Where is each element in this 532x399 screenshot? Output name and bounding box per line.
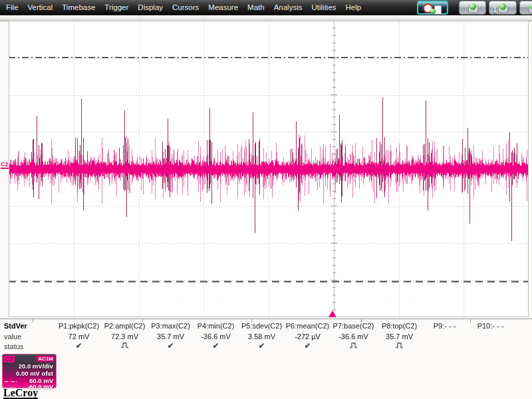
menu-trigger[interactable]: Trigger (104, 3, 128, 11)
offset-value: 0.00 mV ofst (16, 370, 53, 377)
pulse-status-icon (102, 341, 148, 350)
waveform-display[interactable] (9, 21, 529, 317)
lecroy-logo: LeCroy (3, 388, 38, 399)
measurement-table: StdVer value status P1:pkpk(C2)72 mV✔P2:… (0, 319, 532, 354)
menu-analysis[interactable]: Analysis (274, 3, 303, 11)
trigger-position-marker[interactable] (329, 311, 336, 317)
oscilloscope-screen: FileVerticalTimebaseTriggerDisplayCursor… (0, 0, 532, 399)
measurement-label: P1:pkpk(C2) (56, 322, 102, 330)
dash-dot-line-icon (5, 380, 17, 383)
menu-vertical[interactable]: Vertical (28, 3, 53, 11)
green-orb-icon (469, 3, 476, 10)
trace-display-button[interactable] (459, 1, 486, 15)
coupling-chip: AC1M (37, 356, 55, 362)
channel-chip: C2 (4, 356, 15, 362)
pulse-status-icon (331, 341, 376, 350)
menu-help[interactable]: Help (346, 3, 362, 11)
measurement-label: P5:sdev(C2) (239, 322, 285, 330)
trace-display-extra-button[interactable] (519, 1, 532, 15)
measurement-label: P10:- - - (467, 322, 513, 330)
timed-capture-button[interactable] (417, 1, 448, 15)
ok-status-icon: ✔ (56, 341, 102, 350)
ok-status-icon: ✔ (193, 341, 239, 350)
measurement-value: 72 mV (56, 332, 102, 340)
table-top-border (0, 319, 532, 319)
volts-per-div: 20.0 mV/div (19, 362, 53, 370)
measure-set-label: StdVer (4, 322, 27, 330)
measurement-value: 72.3 mV (102, 332, 148, 340)
measurement-label: P4:min(C2) (193, 322, 239, 330)
channel-descriptor-box[interactable]: C2 AC1M 20.0 mV/div 0.00 mV ofst 60.0 mV… (2, 354, 57, 388)
button-badge: 1 (493, 6, 497, 14)
menu-math[interactable]: Math (247, 3, 265, 11)
channel-offset-indicator[interactable]: C2 (1, 161, 9, 169)
measurement-label: P2:ampl(C2) (102, 322, 148, 330)
status-row-label: status (4, 342, 23, 350)
measurement-label: P3:max(C2) (148, 322, 194, 330)
measurement-label: P6:mean(C2) (285, 322, 331, 330)
trace-display-1-button[interactable]: 1 (489, 1, 517, 15)
green-orb-icon (430, 9, 436, 14)
menu-utilities[interactable]: Utilities (311, 3, 336, 11)
pulse-status-icon (376, 341, 422, 350)
measurement-label: P9:- - - (422, 322, 467, 330)
menu-measure[interactable]: Measure (208, 3, 238, 11)
measurement-value: 35.7 mV (376, 332, 422, 340)
ok-status-icon: ✔ (285, 341, 331, 350)
menu-bar: FileVerticalTimebaseTriggerDisplayCursor… (0, 0, 532, 15)
menu-cursors[interactable]: Cursors (172, 3, 199, 11)
measurement-value: 35.7 mV (148, 332, 194, 340)
measurement-value: 3.58 mV (239, 332, 285, 340)
menu-display[interactable]: Display (138, 3, 163, 11)
menu-file[interactable]: File (6, 3, 19, 11)
ok-status-icon: ✔ (239, 341, 285, 350)
measurement-value: -272 µV (285, 332, 331, 340)
table-separator-tick (33, 319, 33, 323)
measurement-value: -36.6 mV (331, 332, 376, 340)
measurement-label: P8:top(C2) (376, 322, 422, 330)
menu-timebase[interactable]: Timebase (62, 3, 95, 11)
measurement-label: P7:base(C2) (331, 322, 376, 330)
ok-status-icon: ✔ (148, 341, 194, 350)
measurement-value: -36.6 mV (193, 332, 239, 340)
value-row-label: value (4, 332, 21, 340)
green-orb-icon (499, 3, 506, 10)
